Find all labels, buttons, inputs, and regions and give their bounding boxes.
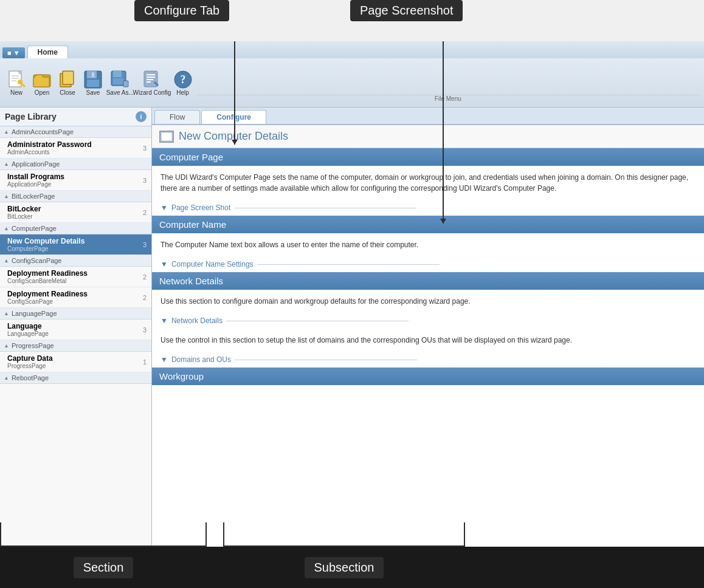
sidebar-item-bitlocker[interactable]: BitLocker BitLocker 2 — [0, 202, 151, 223]
save-icon — [83, 70, 103, 89]
close-icon — [58, 70, 77, 89]
sidebar-item-capture-content: Capture Data ProgressPage — [7, 354, 140, 369]
save-as-button[interactable]: Save As... — [107, 68, 133, 98]
subsection-domains-line — [235, 360, 417, 360]
subsection-bracket-left — [223, 522, 224, 547]
sidebar-category-language-label: LanguagePage — [12, 310, 57, 317]
sidebar-item-lang-content: Language LanguagePage — [7, 322, 140, 337]
sidebar-item-language[interactable]: Language LanguagePage 3 — [0, 320, 151, 340]
sidebar-category-language[interactable]: ▲ LanguagePage — [0, 308, 151, 320]
sidebar-item-newcomp-count: 3 — [143, 241, 147, 248]
open-icon — [32, 70, 52, 89]
subsection-network-line — [226, 321, 409, 321]
subsection-page-screenshot[interactable]: ▼ Page Screen Shot — [152, 200, 704, 216]
section-network-details[interactable]: Network Details — [152, 272, 704, 290]
sidebar-category-bitlocker[interactable]: ▲ BitLockerPage — [0, 191, 151, 202]
sidebar-item-deploy-readiness-bare[interactable]: Deployment Readiness ConfigScanBareMetal… — [0, 267, 151, 287]
wizard-config-label: Wizard Config — [133, 89, 171, 96]
sidebar-item-install-subtitle: ApplicationPage — [7, 181, 140, 188]
main-area: Page Library i ▲ AdminAccountsPage Admin… — [0, 108, 704, 547]
svg-rect-11 — [87, 80, 99, 87]
subsection-network-details[interactable]: ▼ Network Details — [152, 313, 704, 329]
close-button[interactable]: Close — [56, 68, 79, 98]
page-library-sidebar: Page Library i ▲ AdminAccountsPage Admin… — [0, 108, 152, 547]
sidebar-category-computer-label: ComputerPage — [12, 225, 57, 232]
section-computer-page[interactable]: Computer Page — [152, 148, 704, 166]
sidebar-category-arrow: ▲ — [4, 129, 9, 135]
subsection-page-screenshot-link[interactable]: Page Screen Shot — [171, 203, 230, 212]
help-button[interactable]: ? Help — [171, 68, 195, 98]
subsection-computer-name-settings[interactable]: ▼ Computer Name Settings — [152, 256, 704, 272]
sidebar-title: Page Library — [5, 112, 136, 121]
sidebar-item-deploy1-count: 2 — [143, 273, 147, 281]
sidebar-category-reboot-label: RebootPage — [12, 374, 49, 381]
svg-rect-14 — [113, 71, 122, 77]
sidebar-item-deploy-readiness[interactable]: Deployment Readiness ConfigScanPage 2 — [0, 287, 151, 308]
save-as-label: Save As... — [106, 89, 134, 96]
sidebar-info-icon[interactable]: i — [136, 111, 147, 122]
sidebar-item-admin-password[interactable]: Administrator Password AdminAccounts 3 — [0, 138, 151, 159]
sidebar-category-progress-arrow: ▲ — [4, 343, 9, 349]
sidebar-item-admin-content: Administrator Password AdminAccounts — [7, 140, 140, 156]
new-icon — [7, 70, 26, 89]
section-computer-name-title: Computer Name — [159, 219, 226, 230]
section-bracket-right — [205, 522, 207, 547]
ribbon-content: New Open C — [0, 58, 704, 107]
subsection-page-screenshot-chevron: ▼ — [160, 203, 168, 212]
save-button[interactable]: Save — [81, 68, 105, 98]
sidebar-item-bitlocker-title: BitLocker — [7, 205, 140, 213]
sidebar-category-language-arrow: ▲ — [4, 310, 9, 316]
subsection-name-settings-line — [257, 264, 440, 265]
sidebar-item-deploy1-title: Deployment Readiness — [7, 269, 140, 278]
office-button[interactable]: ■ ▼ — [2, 47, 25, 58]
new-button[interactable]: New — [5, 68, 28, 98]
section-computer-name[interactable]: Computer Name — [152, 216, 704, 233]
tab-flow[interactable]: Flow — [154, 110, 200, 124]
sidebar-item-capture-title: Capture Data — [7, 354, 140, 363]
svg-rect-15 — [113, 78, 123, 84]
sidebar-category-computer[interactable]: ▲ ComputerPage — [0, 223, 151, 234]
sidebar-item-deploy2-title: Deployment Readiness — [7, 290, 140, 298]
sidebar-category-progress[interactable]: ▲ ProgressPage — [0, 340, 151, 352]
section-network-desc: Use this section to configure domain and… — [152, 290, 704, 313]
sidebar-category-admin[interactable]: ▲ AdminAccountsPage — [0, 126, 151, 138]
svg-rect-25 — [161, 132, 172, 141]
sidebar-category-bitlocker-arrow: ▲ — [4, 193, 9, 199]
sidebar-item-capture-count: 1 — [143, 358, 147, 366]
sidebar-category-app[interactable]: ▲ ApplicationPage — [0, 159, 151, 170]
subsection-network-link[interactable]: Network Details — [171, 316, 223, 325]
save-as-icon — [110, 70, 129, 89]
open-button[interactable]: Open — [30, 68, 53, 98]
help-icon: ? — [173, 70, 193, 89]
section-workgroup[interactable]: Workgroup — [152, 368, 704, 385]
sidebar-item-deploy2-subtitle: ConfigScanPage — [7, 298, 140, 305]
configure-tab-arrow — [234, 41, 235, 145]
configure-tab-annotation: Configure Tab — [134, 0, 229, 21]
content-body: New Computer Details Computer Page The U… — [152, 125, 704, 547]
section-computer-page-desc: The UDI Wizard's Computer Page sets the … — [152, 166, 704, 200]
sidebar-item-lang-count: 3 — [143, 326, 147, 333]
sidebar-item-deploy2-content: Deployment Readiness ConfigScanPage — [7, 290, 140, 305]
sidebar-list: ▲ AdminAccountsPage Administrator Passwo… — [0, 126, 151, 547]
close-label: Close — [60, 89, 75, 96]
sidebar-item-bitlocker-subtitle: BitLocker — [7, 213, 140, 220]
sidebar-category-reboot[interactable]: ▲ RebootPage — [0, 372, 151, 384]
tab-home[interactable]: Home — [27, 46, 68, 58]
subsection-bracket-right — [464, 522, 465, 547]
sidebar-item-capture-subtitle: ProgressPage — [7, 363, 140, 369]
wizard-config-button[interactable]: Wizard Config — [135, 68, 168, 98]
sidebar-category-configscan-arrow: ▲ — [4, 258, 9, 264]
sidebar-header: Page Library i — [0, 108, 151, 126]
subsection-domains-link[interactable]: Domains and OUs — [171, 355, 231, 364]
subsection-name-settings-link[interactable]: Computer Name Settings — [171, 260, 254, 268]
sidebar-item-new-computer[interactable]: New Computer Details ComputerPage 3 — [0, 234, 151, 255]
sidebar-category-progress-label: ProgressPage — [12, 342, 54, 349]
sidebar-item-install-programs[interactable]: Install Programs ApplicationPage 3 — [0, 170, 151, 191]
section-network-title: Network Details — [159, 276, 223, 286]
svg-text:?: ? — [180, 74, 185, 86]
sidebar-category-computer-arrow: ▲ — [4, 225, 9, 231]
sidebar-item-capture-data[interactable]: Capture Data ProgressPage 1 — [0, 352, 151, 372]
sidebar-category-configscan[interactable]: ▲ ConfigScanPage — [0, 255, 151, 267]
sidebar-item-install-content: Install Programs ApplicationPage — [7, 173, 140, 188]
subsection-domains-ous[interactable]: ▼ Domains and OUs — [152, 352, 704, 368]
